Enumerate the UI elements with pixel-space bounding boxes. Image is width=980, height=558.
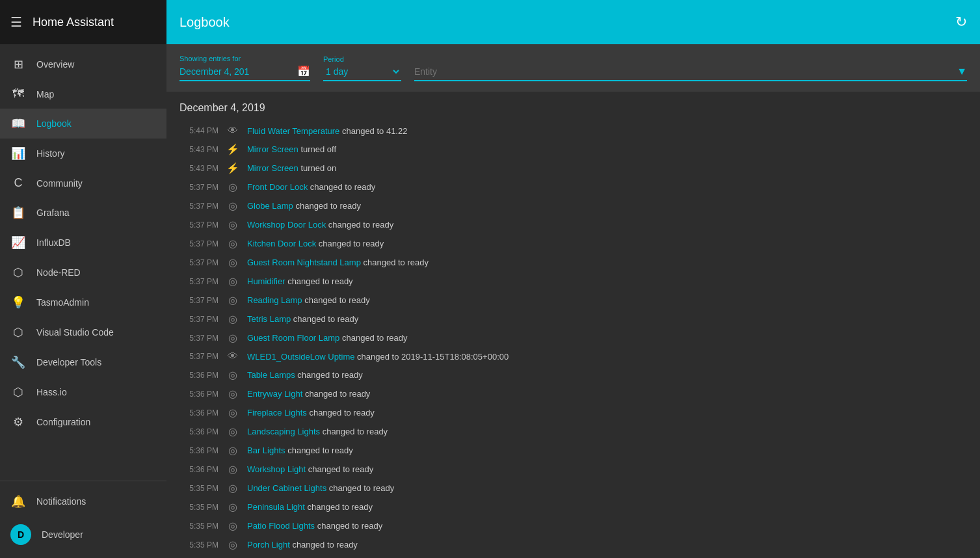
- sidebar-item-hass-io[interactable]: ⬡ Hass.io: [0, 377, 166, 407]
- period-input-wrap: 1 day: [323, 66, 401, 81]
- log-action: changed to ready: [328, 220, 393, 230]
- log-text: Guest Room Nightstand Lamp changed to re…: [247, 258, 429, 267]
- entity-link[interactable]: Patio Flood Lights: [247, 521, 315, 531]
- zwave-icon: ◎: [226, 181, 239, 193]
- entity-link[interactable]: Bar Lights: [247, 445, 285, 455]
- sidebar-label-node-red: Node-RED: [36, 267, 81, 278]
- zwave-icon: ◎: [226, 275, 239, 287]
- log-action: changed to ready: [292, 540, 357, 550]
- log-text: WLED1_OutsideLow Uptime changed to 2019-…: [247, 352, 509, 362]
- log-time: 5:37 PM: [179, 220, 219, 230]
- log-entry: 5:36 PM ◎ Table Lamps changed to ready: [179, 365, 967, 384]
- sidebar-item-influxdb[interactable]: 📈 InfluxDB: [0, 228, 166, 258]
- tasmoadmin-icon: 💡: [10, 295, 26, 310]
- notifications-icon: 🔔: [10, 494, 26, 509]
- sidebar-item-logbook[interactable]: 📖 Logbook: [0, 109, 166, 139]
- period-label: Period: [323, 55, 401, 63]
- refresh-icon[interactable]: ↻: [955, 14, 967, 31]
- entity-link[interactable]: Globe Lamp: [247, 201, 293, 211]
- entity-link[interactable]: Front Door Lock: [247, 182, 308, 192]
- entity-link[interactable]: Kitchen Door Lock: [247, 239, 316, 248]
- sidebar-item-tasmoadmin[interactable]: 💡 TasmoAdmin: [0, 287, 166, 317]
- log-entry: 5:37 PM ◎ Globe Lamp changed to ready: [179, 196, 967, 215]
- sidebar-nav: ⊞ Overview 🗺 Map 📖 Logbook 📊 History C C…: [0, 44, 166, 481]
- log-text: Bar Lights changed to ready: [247, 445, 353, 455]
- log-text: Mirror Screen turned on: [247, 163, 336, 173]
- log-action: changed to ready: [342, 333, 407, 343]
- sidebar-item-overview[interactable]: ⊞ Overview: [0, 49, 166, 79]
- entity-dropdown-icon[interactable]: ▼: [957, 66, 967, 77]
- sidebar-item-configuration[interactable]: ⚙ Configuration: [0, 407, 166, 437]
- entity-link[interactable]: Humidifier: [247, 276, 285, 286]
- log-entry: 5:35 PM ◎ Peninsula Light changed to rea…: [179, 498, 967, 516]
- entity-link[interactable]: Reading Lamp: [247, 295, 302, 305]
- log-action: changed to ready: [305, 389, 370, 399]
- sidebar-item-developer[interactable]: D Developer: [0, 516, 166, 553]
- entity-filter: ▼: [414, 66, 967, 81]
- sidebar-item-map[interactable]: 🗺 Map: [0, 79, 166, 109]
- sidebar-label-notifications: Notifications: [36, 496, 86, 507]
- log-time: 5:36 PM: [179, 408, 219, 418]
- sidebar-item-grafana[interactable]: 📋 Grafana: [0, 198, 166, 228]
- menu-icon[interactable]: ☰: [10, 14, 22, 30]
- entity-link[interactable]: Guest Room Nightstand Lamp: [247, 258, 361, 267]
- entity-link[interactable]: Fluid Water Temperature: [247, 126, 339, 136]
- log-text: Patio Flood Lights changed to ready: [247, 521, 382, 531]
- sidebar-item-node-red[interactable]: ⬡ Node-RED: [0, 258, 166, 287]
- log-text: Workshop Door Lock changed to ready: [247, 220, 393, 230]
- entity-link[interactable]: Table Lamps: [247, 370, 295, 380]
- date-input[interactable]: [179, 66, 293, 77]
- log-action: changed to ready: [295, 201, 360, 211]
- sidebar-item-history[interactable]: 📊 History: [0, 139, 166, 168]
- entity-link[interactable]: Peninsula Light: [247, 502, 305, 512]
- entity-link[interactable]: WLED1_OutsideLow Uptime: [247, 352, 354, 362]
- map-icon: 🗺: [10, 87, 26, 101]
- log-entry: 5:36 PM ◎ Workshop Light changed to read…: [179, 460, 967, 479]
- entity-link[interactable]: Mirror Screen: [247, 163, 298, 173]
- log-time: 5:43 PM: [179, 145, 219, 154]
- sidebar-bottom: 🔔 Notifications D Developer: [0, 481, 166, 558]
- page-title: Logbook: [179, 15, 230, 30]
- zwave-icon: ◎: [226, 388, 239, 400]
- entity-link[interactable]: Guest Room Floor Lamp: [247, 333, 339, 343]
- period-select[interactable]: 1 day: [323, 66, 401, 77]
- entity-link[interactable]: Mirror Screen: [247, 144, 298, 154]
- log-text: Front Door Lock changed to ready: [247, 182, 375, 192]
- log-time: 5:37 PM: [179, 315, 219, 324]
- period-filter-group: Period 1 day: [323, 55, 401, 81]
- bolt-icon: ⚡: [226, 162, 239, 174]
- entity-link[interactable]: Workshop Door Lock: [247, 220, 326, 230]
- history-icon: 📊: [10, 146, 26, 161]
- zwave-icon: ◎: [226, 463, 239, 475]
- sidebar-item-vscode[interactable]: ⬡ Visual Studio Code: [0, 317, 166, 347]
- log-entry: 5:37 PM 👁 WLED1_OutsideLow Uptime change…: [179, 347, 967, 365]
- sidebar-item-developer-tools[interactable]: 🔧 Developer Tools: [0, 347, 166, 377]
- community-icon: C: [10, 176, 26, 190]
- app-title: Home Assistant: [33, 16, 114, 29]
- date-input-wrap: 📅: [179, 65, 310, 81]
- sidebar-item-notifications[interactable]: 🔔 Notifications: [0, 486, 166, 516]
- zwave-icon: ◎: [226, 482, 239, 494]
- sidebar-item-community[interactable]: C Community: [0, 168, 166, 198]
- log-action: changed to ready: [287, 445, 352, 455]
- entity-link[interactable]: Under Cabinet Lights: [247, 483, 326, 493]
- sidebar-label-developer: Developer: [42, 529, 83, 540]
- sidebar-label-hass-io: Hass.io: [36, 387, 67, 397]
- entity-link[interactable]: Fireplace Lights: [247, 408, 307, 418]
- entity-link[interactable]: Entryway Light: [247, 389, 302, 399]
- entity-link[interactable]: Porch Light: [247, 540, 290, 550]
- avatar: D: [10, 524, 31, 545]
- entity-link[interactable]: Landscaping Lights: [247, 427, 320, 436]
- log-entry: 5:43 PM ⚡ Mirror Screen turned on: [179, 159, 967, 178]
- calendar-icon[interactable]: 📅: [297, 65, 310, 77]
- date-filter-group: Showing entries for 📅: [179, 55, 310, 81]
- entity-input[interactable]: [414, 66, 954, 77]
- entity-link[interactable]: Tetris Lamp: [247, 314, 291, 324]
- log-action: changed to ready: [297, 370, 362, 380]
- log-entry: 5:44 PM 👁 Fluid Water Temperature change…: [179, 122, 967, 140]
- log-text: Fluid Water Temperature changed to 41.22: [247, 126, 407, 136]
- log-action: changed to ready: [304, 295, 369, 305]
- log-entry: 5:36 PM ◎ Bar Lights changed to ready: [179, 441, 967, 460]
- entity-link[interactable]: Workshop Light: [247, 464, 306, 474]
- log-entry: 5:36 PM ◎ Landscaping Lights changed to …: [179, 422, 967, 441]
